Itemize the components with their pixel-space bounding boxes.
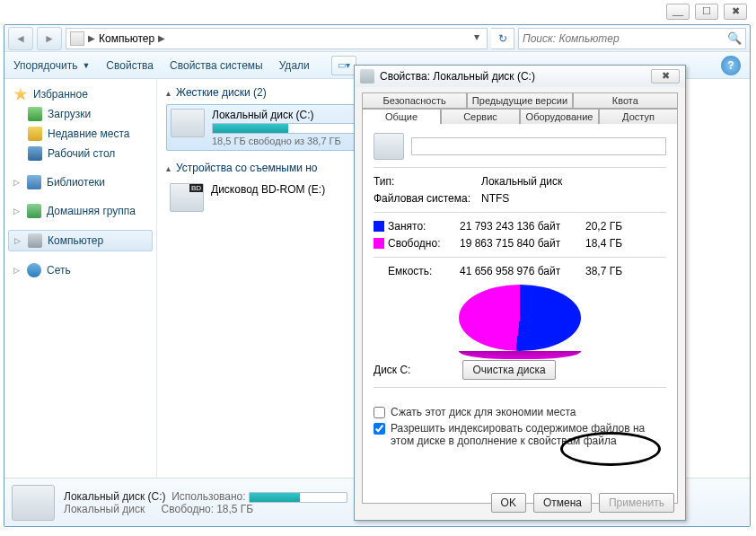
breadcrumb-label: Компьютер	[99, 32, 154, 45]
sidebar-item-recent[interactable]: Недавние места	[8, 124, 153, 144]
drive-bd-rom[interactable]: Дисковод BD-ROM (E:)	[166, 180, 364, 215]
drive-usage-bar	[212, 123, 359, 134]
library-icon	[27, 175, 41, 189]
free-gb: 18,4 ГБ	[585, 237, 636, 250]
disk-cleanup-button[interactable]: Очистка диска	[462, 360, 555, 380]
dialog-titlebar[interactable]: Свойства: Локальный диск (C:) ✖	[355, 66, 685, 87]
chevron-right-icon: ▶	[88, 33, 95, 43]
fs-value: NTFS	[481, 192, 666, 205]
free-label: Свободно:	[374, 237, 460, 250]
refresh-button[interactable]: ↻	[491, 28, 514, 49]
tab-general[interactable]: Общие	[362, 109, 441, 124]
disk-usage-pie-chart	[459, 285, 581, 351]
sidebar-label: Сеть	[47, 264, 71, 277]
download-icon	[28, 107, 42, 121]
status-free-label: Свободно:	[162, 503, 215, 515]
sidebar-label: Загрузки	[48, 108, 91, 120]
search-input[interactable]	[523, 32, 727, 45]
uninstall-button[interactable]: Удали	[279, 59, 310, 72]
tab-previous-versions[interactable]: Предыдущие версии	[467, 92, 572, 109]
drive-label-input[interactable]	[411, 137, 666, 155]
nav-pane: Избранное Загрузки Недавние места Рабочи…	[4, 79, 157, 478]
used-label: Занято:	[374, 220, 460, 233]
used-bytes: 21 793 243 136 байт	[460, 220, 585, 233]
sidebar-item-libraries[interactable]: ▷Библиотеки	[8, 172, 153, 192]
window-controls: __ ☐ ✖	[666, 4, 747, 20]
status-drive-name: Локальный диск (C:) Использовано:	[64, 490, 347, 503]
star-icon	[13, 87, 28, 101]
capacity-bytes: 41 656 958 976 байт	[460, 265, 585, 277]
forward-button[interactable]: ►	[37, 27, 62, 50]
sidebar-label: Избранное	[33, 88, 88, 101]
dialog-title: Свойства: Локальный диск (C:)	[380, 70, 535, 83]
sidebar-label: Рабочий стол	[48, 147, 115, 160]
minimize-button[interactable]: __	[666, 4, 690, 20]
status-free-value: 18,5 ГБ	[216, 503, 253, 515]
capacity-gb: 38,7 ГБ	[585, 265, 636, 277]
dialog-close-button[interactable]: ✖	[651, 69, 680, 83]
maximize-button[interactable]: ☐	[695, 4, 718, 20]
breadcrumb-dropdown[interactable]: ▾	[469, 31, 485, 47]
tab-general-content: Тип:Локальный диск Файловая система:NTFS…	[362, 123, 678, 504]
capacity-label: Емкость:	[374, 265, 460, 277]
drive-icon	[171, 109, 205, 137]
drive-icon	[374, 133, 404, 160]
breadcrumb[interactable]: ▶ Компьютер ▶ ▾	[66, 28, 488, 49]
ok-button[interactable]: OK	[491, 493, 526, 513]
search-box[interactable]: 🔍	[518, 28, 746, 49]
drive-name: Дисковод BD-ROM (E:)	[211, 183, 360, 196]
legend-used-icon	[374, 221, 384, 232]
desktop-icon	[28, 146, 42, 161]
drive-local-c[interactable]: Локальный диск (C:) 18,5 ГБ свободно из …	[166, 104, 364, 151]
drive-subtext: 18,5 ГБ свободно из 38,7 ГБ	[212, 136, 359, 146]
tab-tools[interactable]: Сервис	[441, 109, 520, 124]
back-button[interactable]: ◄	[8, 27, 33, 50]
drive-name: Локальный диск (C:)	[212, 109, 359, 121]
section-header: Жесткие диски (2)	[176, 86, 267, 99]
help-button[interactable]: ?	[721, 56, 741, 75]
type-value: Локальный диск	[481, 175, 666, 188]
tab-quota[interactable]: Квота	[573, 92, 678, 109]
sidebar-item-downloads[interactable]: Загрузки	[8, 104, 153, 124]
computer-icon	[28, 233, 42, 248]
properties-button[interactable]: Свойства	[106, 59, 154, 72]
homegroup-icon	[27, 204, 41, 218]
tab-hardware[interactable]: Оборудование	[520, 109, 599, 124]
tab-sharing[interactable]: Доступ	[599, 109, 678, 124]
compress-checkbox[interactable]: Сжать этот диск для экономии места	[374, 406, 666, 418]
close-button[interactable]: ✖	[724, 4, 747, 20]
free-bytes: 19 863 715 840 байт	[460, 237, 585, 250]
index-checkbox[interactable]: Разрешить индексировать содержимое файло…	[374, 422, 666, 447]
status-type: Локальный диск	[64, 503, 145, 515]
sidebar-label: Домашняя группа	[47, 205, 136, 217]
sidebar-item-computer[interactable]: ▷Компьютер	[8, 230, 153, 251]
sidebar-label: Компьютер	[48, 234, 103, 247]
chevron-right-icon: ▶	[158, 33, 165, 43]
drive-icon	[12, 485, 55, 521]
nav-row: ◄ ► ▶ Компьютер ▶ ▾ ↻ 🔍	[4, 25, 750, 52]
drive-icon	[360, 69, 374, 83]
system-properties-button[interactable]: Свойства системы	[170, 59, 263, 72]
cancel-button[interactable]: Отмена	[533, 493, 592, 513]
type-label: Тип:	[374, 175, 481, 188]
sidebar-label: Библиотеки	[47, 176, 105, 189]
tab-security[interactable]: Безопасность	[362, 92, 467, 109]
computer-icon	[70, 31, 84, 46]
sidebar-item-homegroup[interactable]: ▷Домашняя группа	[8, 201, 153, 221]
search-icon: 🔍	[727, 31, 742, 45]
used-gb: 20,2 ГБ	[585, 220, 636, 233]
properties-dialog: Свойства: Локальный диск (C:) ✖ Безопасн…	[354, 65, 686, 521]
network-icon	[27, 263, 41, 277]
apply-button[interactable]: Применить	[599, 493, 674, 513]
sidebar-label: Недавние места	[48, 127, 129, 140]
sidebar-item-favorites[interactable]: Избранное	[8, 84, 153, 104]
sidebar-item-network[interactable]: ▷Сеть	[8, 260, 153, 280]
organize-menu[interactable]: Упорядочить	[13, 59, 77, 72]
sidebar-item-desktop[interactable]: Рабочий стол	[8, 144, 153, 163]
change-view-button[interactable]: ▭▾	[331, 56, 356, 75]
drive-c-label: Диск C:	[374, 364, 410, 376]
fs-label: Файловая система:	[374, 192, 481, 205]
section-header: Устройства со съемными но	[176, 162, 318, 174]
recent-icon	[28, 127, 42, 141]
legend-free-icon	[374, 238, 384, 249]
